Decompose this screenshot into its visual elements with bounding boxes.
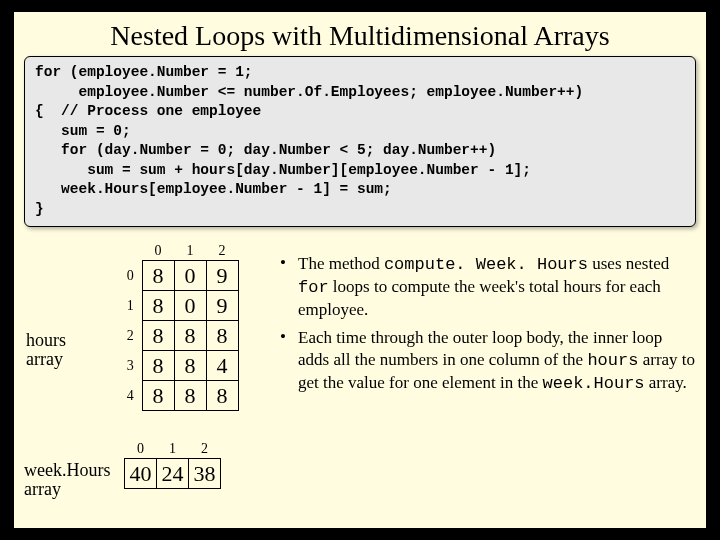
cell: 8 xyxy=(142,381,174,411)
t: week.Hours xyxy=(543,374,645,393)
hours-label: hours array xyxy=(26,331,86,371)
t: hours xyxy=(587,351,638,370)
cell: 0 xyxy=(174,291,206,321)
t: loops to compute the week's total hours … xyxy=(298,277,661,319)
cell: 38 xyxy=(189,459,221,489)
t: for xyxy=(298,278,329,297)
week-label: week.Hours array xyxy=(24,461,124,501)
slide-title: Nested Loops with Multidimensional Array… xyxy=(14,12,706,56)
col-h: 2 xyxy=(206,243,238,261)
bullet-2: • Each time through the outer loop body,… xyxy=(280,327,696,395)
cell: 24 xyxy=(157,459,189,489)
bullet-1: • The method compute. Week. Hours uses n… xyxy=(280,253,696,321)
cell: 9 xyxy=(206,261,238,291)
col-h: 0 xyxy=(125,441,157,459)
lower-region: hours array 0 1 2 0 8 0 9 xyxy=(14,235,706,402)
cell: 8 xyxy=(206,321,238,351)
row-h: 4 xyxy=(124,381,142,411)
cell: 9 xyxy=(206,291,238,321)
cell: 4 xyxy=(206,351,238,381)
cell: 8 xyxy=(142,321,174,351)
cell: 8 xyxy=(142,291,174,321)
bullet-text: Each time through the outer loop body, t… xyxy=(298,327,696,395)
row-h: 3 xyxy=(124,351,142,381)
bullet-text: The method compute. Week. Hours uses nes… xyxy=(298,253,696,321)
row-h: 0 xyxy=(124,261,142,291)
t: The method xyxy=(298,254,384,273)
t: compute. Week. Hours xyxy=(384,255,588,274)
bullets-area: • The method compute. Week. Hours uses n… xyxy=(274,235,696,402)
slide: Nested Loops with Multidimensional Array… xyxy=(12,10,708,530)
cell: 40 xyxy=(125,459,157,489)
col-h: 2 xyxy=(189,441,221,459)
bullet-dot: • xyxy=(280,327,298,395)
cell: 8 xyxy=(174,321,206,351)
cell: 8 xyxy=(206,381,238,411)
col-h: 1 xyxy=(157,441,189,459)
hours-table: 0 1 2 0 8 0 9 1 8 0 9 xyxy=(124,243,239,412)
cell: 8 xyxy=(142,261,174,291)
row-h: 2 xyxy=(124,321,142,351)
cell: 8 xyxy=(142,351,174,381)
t: array. xyxy=(645,373,687,392)
cell: 0 xyxy=(174,261,206,291)
row-h: 1 xyxy=(124,291,142,321)
t: uses nested xyxy=(588,254,669,273)
cell: 8 xyxy=(174,381,206,411)
col-h: 0 xyxy=(142,243,174,261)
arrays-area: hours array 0 1 2 0 8 0 9 xyxy=(24,235,274,402)
cell: 8 xyxy=(174,351,206,381)
bullet-dot: • xyxy=(280,253,298,321)
week-table: 0 1 2 40 24 38 xyxy=(124,441,221,490)
col-h: 1 xyxy=(174,243,206,261)
code-block: for (employee.Number = 1; employee.Numbe… xyxy=(24,56,696,227)
